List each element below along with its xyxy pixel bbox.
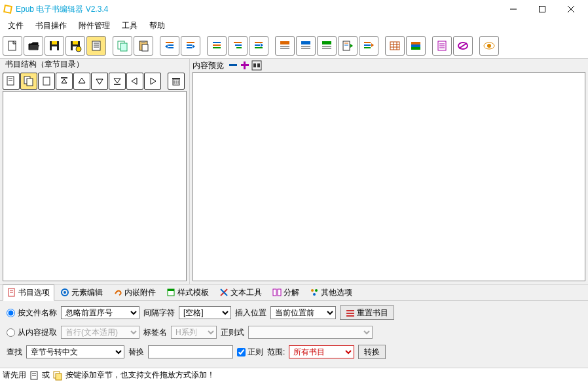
svg-rect-12 [73,41,78,44]
paste-icon[interactable] [134,36,153,56]
delete-icon[interactable] [168,73,185,90]
tab-other-options[interactable]: 其他选项 [305,285,357,301]
add-chapter-a-icon[interactable] [3,73,20,90]
tab-book-options[interactable]: 书目选项 [3,285,54,301]
scope-select[interactable]: 所有书目 [289,345,354,358]
svg-marker-82 [62,79,67,83]
list-a-icon[interactable] [207,36,227,56]
svg-marker-85 [114,78,120,83]
tab-text-tools[interactable]: 文本工具 [215,285,266,301]
svg-rect-51 [343,41,350,50]
chapter-tree[interactable] [3,91,187,281]
find-label: 查找 [7,347,22,358]
tab-decompose[interactable]: 分解 [268,285,304,301]
reset-icon [346,308,355,317]
insert-pos-select[interactable]: 当前位置前 [270,306,336,319]
svg-rect-10 [52,46,57,50]
tab-element-edit[interactable]: 元素编辑 [56,285,107,301]
template-icon [166,288,175,297]
indent-icon[interactable] [181,36,200,56]
list-c-icon[interactable] [249,36,268,56]
radio-from-content[interactable]: 从内容提取 [7,327,57,338]
tab-embedded-attach[interactable]: 内嵌附件 [109,285,160,301]
right-pane: 内容预览 [190,59,588,284]
svg-point-112 [315,289,318,292]
svg-rect-93 [172,78,180,79]
attach-icon [113,288,122,297]
close-button[interactable] [557,0,585,18]
minimize-button[interactable] [499,0,528,18]
filename-mode-select[interactable]: 忽略前置序号 [61,306,139,319]
row-color-icon[interactable] [406,36,426,56]
save-icon[interactable] [45,36,64,56]
svg-line-72 [459,43,467,48]
options-panel: 按文件名称 忽略前置序号 间隔字符 [空格] 插入位置 当前位置前 重置书目 从… [0,301,588,368]
preview-toolbar: 内容预览 [190,59,588,72]
list-b-icon[interactable] [228,36,248,56]
open-icon[interactable] [24,36,43,56]
save-as-icon[interactable] [65,36,85,56]
new-node-icon[interactable] [38,73,55,90]
heading-b-icon[interactable] [296,36,316,56]
gear-icon [60,288,69,297]
tab-style-template[interactable]: 样式模板 [162,285,213,301]
status-text-c: 按键添加章节，也支持文件拖放方式添加！ [65,370,215,381]
find-select[interactable]: 章节号转中文 [26,345,124,358]
status-bar: 请先用 或 按键添加章节，也支持文件拖放方式添加！ [0,368,588,382]
move-bottom-icon[interactable] [109,73,126,90]
add-chapter-b-icon[interactable] [20,73,37,90]
preview-icon[interactable] [479,36,499,56]
copy-icon[interactable] [113,36,132,56]
svg-rect-23 [142,44,148,51]
move-top-icon[interactable] [56,73,73,90]
script-a-icon[interactable] [432,36,452,56]
svg-point-14 [76,46,81,52]
radio-by-filename[interactable]: 按文件名称 [7,307,57,319]
doc-move-icon[interactable] [338,36,358,56]
heading-a-icon[interactable] [275,36,295,56]
preview-area[interactable] [193,72,585,281]
table-icon[interactable] [385,36,405,56]
svg-rect-106 [168,289,174,291]
zoom-out-icon[interactable] [228,60,238,71]
new-icon[interactable] [3,36,22,56]
regex-checkbox[interactable]: 正则 [237,347,263,358]
properties-icon[interactable] [86,36,106,56]
svg-rect-99 [257,63,260,67]
svg-rect-64 [411,42,420,44]
insert-label: 插入位置 [235,307,266,319]
convert-button[interactable]: 转换 [358,345,386,359]
regex-label: 正则式 [221,327,244,338]
menu-book-ops[interactable]: 书目操作 [30,19,72,33]
move-down-icon[interactable] [91,73,108,90]
svg-point-74 [487,44,491,48]
heading-c-icon[interactable] [317,36,337,56]
svg-marker-31 [193,44,195,48]
replace-label: 替换 [128,347,144,358]
menu-attach[interactable]: 附件管理 [73,19,115,33]
fit-icon[interactable] [251,60,262,71]
move-right-icon[interactable] [144,73,161,90]
move-up-icon[interactable] [73,73,90,90]
list-arrow-icon[interactable] [359,36,378,56]
content-mode-select: 首行(文本适用) [61,326,139,339]
menu-tools[interactable]: 工具 [117,19,143,33]
svg-rect-48 [322,41,331,44]
svg-rect-96 [244,61,246,69]
sep-select[interactable]: [空格] [179,306,231,319]
preview-label: 内容预览 [193,60,224,71]
structure-label: 书目结构（章节目录） [3,60,86,69]
tab-book-icon [7,288,16,297]
menu-help[interactable]: 帮助 [144,19,170,33]
svg-rect-66 [411,47,420,50]
replace-input[interactable] [148,345,233,358]
zoom-in-icon[interactable] [240,60,250,71]
script-b-icon[interactable] [453,36,473,56]
reset-book-button[interactable]: 重置书目 [340,305,394,320]
tools-icon [219,288,229,297]
move-left-icon[interactable] [126,73,143,90]
menu-file[interactable]: 文件 [3,19,29,33]
maximize-button[interactable] [528,0,557,18]
svg-rect-3 [540,7,545,12]
outdent-icon[interactable] [160,36,179,56]
